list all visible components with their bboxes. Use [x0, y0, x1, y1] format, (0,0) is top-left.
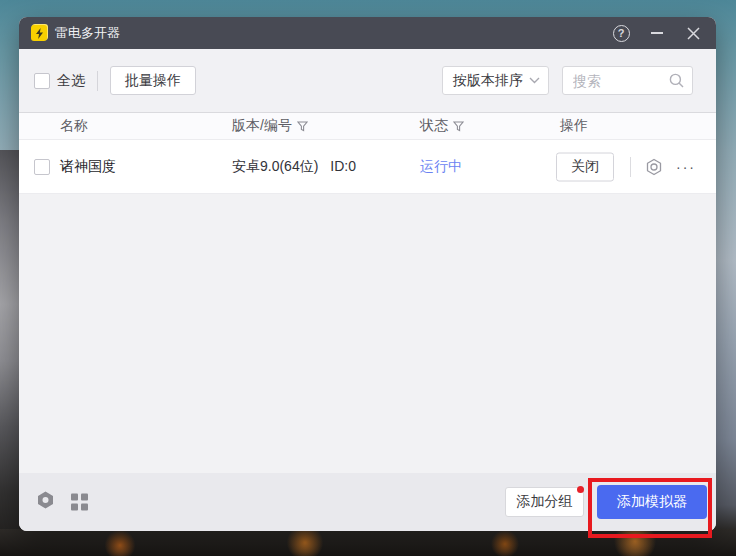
help-icon: ? — [613, 25, 630, 42]
minimize-button[interactable] — [646, 22, 668, 44]
sort-dropdown-value: 按版本排序 — [453, 72, 523, 90]
status-badge: 运行中 — [420, 158, 462, 176]
multi-window-button[interactable] — [71, 494, 88, 511]
filter-icon[interactable] — [297, 121, 308, 132]
emulator-row: 诸神国度 安卓9.0(64位) ID:0 运行中 关闭 ··· — [19, 140, 716, 194]
settings-gear-icon — [36, 491, 55, 510]
emulator-name: 诸神国度 — [60, 158, 116, 176]
window-title: 雷电多开器 — [55, 24, 120, 42]
app-logo-lightning-icon — [31, 25, 47, 41]
titlebar: 雷电多开器 ? — [19, 17, 716, 49]
close-icon — [687, 27, 700, 40]
emulator-settings-button[interactable] — [644, 157, 664, 177]
settings-button[interactable] — [36, 491, 55, 514]
filter-icon[interactable] — [453, 121, 464, 132]
select-all-checkbox[interactable] — [34, 73, 50, 89]
toolbar: 全选 批量操作 按版本排序 — [19, 49, 716, 112]
chevron-down-icon — [529, 77, 540, 84]
emulator-id: ID:0 — [330, 158, 356, 176]
search-input[interactable] — [573, 73, 663, 89]
table-header: 名称 版本/编号 状态 操作 — [19, 112, 716, 140]
batch-operations-button[interactable]: 批量操作 — [110, 66, 196, 95]
add-group-button[interactable]: 添加分组 — [505, 487, 584, 517]
empty-list-area — [19, 194, 716, 473]
help-button[interactable]: ? — [610, 22, 632, 44]
notification-dot — [577, 486, 584, 493]
close-emulator-button[interactable]: 关闭 — [556, 152, 614, 181]
header-name: 名称 — [60, 117, 88, 135]
wallpaper-mountain-left — [0, 150, 21, 556]
header-status: 状态 — [420, 117, 464, 135]
emulator-version: 安卓9.0(64位) ID:0 — [232, 158, 356, 176]
header-version: 版本/编号 — [232, 117, 308, 135]
android-version: 安卓9.0(64位) — [232, 158, 318, 176]
sort-dropdown[interactable]: 按版本排序 — [442, 66, 549, 95]
gear-icon — [645, 158, 663, 176]
row-divider — [630, 157, 631, 177]
toolbar-divider — [97, 71, 98, 91]
select-all-label: 全选 — [57, 72, 85, 90]
annotation-rectangle — [588, 478, 712, 538]
app-window: 雷电多开器 ? 全选 批量操作 按版本排序 — [19, 17, 716, 531]
close-button[interactable] — [682, 22, 704, 44]
header-operation: 操作 — [560, 117, 588, 135]
search-box — [562, 66, 693, 95]
more-actions-button[interactable]: ··· — [674, 159, 698, 175]
grid-icon — [71, 494, 78, 501]
search-icon — [669, 73, 684, 88]
row-checkbox[interactable] — [34, 159, 50, 175]
minimize-icon — [651, 32, 663, 34]
